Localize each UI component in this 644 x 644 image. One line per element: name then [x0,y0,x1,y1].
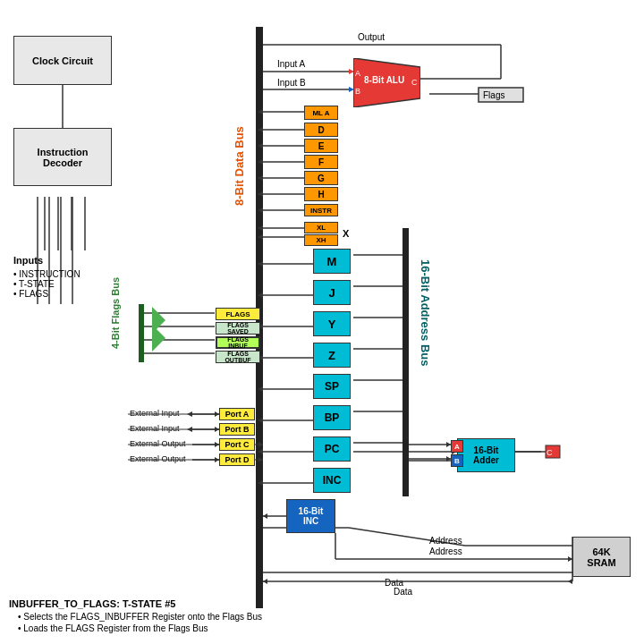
svg-line-73 [349,528,465,546]
svg-marker-83 [152,307,165,334]
svg-text:Input B: Input B [277,78,306,88]
reg-h: H [304,187,338,201]
reg-instr: INSTR [304,204,338,216]
svg-text:Data: Data [385,578,404,588]
alu-shape: 8-Bit ALU A B C [353,58,420,107]
svg-marker-23 [258,159,263,165]
flags-outbuf-box: FLAGS OUTBUF [216,351,260,363]
reg-xh: XH [304,234,338,246]
state-title: INBUFFER_TO_FLAGS: T-STATE #5 [9,598,262,609]
svg-marker-49 [258,480,263,486]
inputs-title: Inputs [13,255,80,266]
ext-input-1-label: External Input [130,409,180,418]
svg-marker-118 [263,513,267,519]
reg-j: J [313,280,351,305]
state-bullet-1: • Selects the FLAGS_INBUFFER Register on… [18,612,262,622]
svg-marker-91 [187,411,192,417]
svg-marker-51 [402,252,408,258]
16bit-inc-box: 16-Bit INC [286,499,335,533]
svg-text:B: B [355,87,360,96]
svg-marker-124 [568,579,572,584]
svg-marker-47 [258,449,263,454]
svg-marker-114 [258,442,263,447]
svg-marker-21 [258,143,263,148]
svg-rect-14 [479,88,523,102]
svg-marker-17 [258,109,263,114]
svg-marker-84 [152,325,165,352]
svg-text:Input A: Input A [277,59,305,69]
svg-rect-85 [139,304,144,362]
svg-marker-63 [402,440,408,445]
adder-a-input: A [451,440,463,453]
reg-m: M [313,249,351,274]
port-a-box: Port A [219,408,255,420]
flags-inbuf-box: FLAGS INBUF [216,336,260,349]
instruction-decoder-label: Instruction Decoder [38,147,89,168]
svg-text:Output: Output [358,32,385,42]
reg-sp: SP [313,374,351,399]
svg-marker-19 [258,127,263,132]
ext-output-1-label: External Output [130,439,186,448]
svg-marker-25 [258,175,263,181]
adder-b-input: B [451,454,463,467]
reg-mla: ML A [304,106,338,120]
svg-marker-93 [187,427,192,432]
reg-g: G [304,171,338,185]
svg-rect-70 [402,228,409,496]
svg-text:C: C [411,78,418,87]
flags-box: FLAGS [216,308,260,320]
clock-circuit-label: Clock Circuit [32,55,93,66]
port-d-box: Port D [219,453,255,466]
svg-marker-29 [258,208,263,213]
svg-text:Address: Address [429,547,462,556]
8bit-data-bus-label: 8-Bit Data Bus [237,116,255,313]
svg-marker-125 [263,579,267,584]
reg-pc: PC [313,436,351,462]
input-tstate: • T-STATE [13,279,80,289]
reg-f: F [304,155,338,169]
svg-marker-35 [258,261,263,267]
svg-marker-53 [402,284,408,289]
reg-inc: INC [313,468,351,493]
cpu-diagram: Output Input A Input B Flags [0,0,644,644]
svg-marker-37 [258,292,263,298]
input-instruction: • INSTRUCTION [13,269,80,279]
port-b-box: Port B [219,423,255,436]
x-label: X [343,228,349,239]
ext-output-2-label: External Output [130,454,186,463]
svg-marker-43 [258,386,263,392]
reg-d: D [304,123,338,137]
state-bullet-2: • Loads the FLAGS Register from the Flag… [18,623,262,633]
port-c-box: Port C [219,438,255,451]
svg-marker-61 [402,409,408,414]
svg-marker-55 [402,315,408,320]
svg-marker-57 [402,346,408,352]
sram-box: 64K SRAM [572,537,631,577]
flags-saved-box: FLAGS SAVED [216,322,260,335]
svg-marker-31 [258,225,263,231]
svg-text:8-Bit ALU: 8-Bit ALU [364,75,404,85]
4bit-flags-bus-label: 4-Bit Flags Bus [114,295,132,385]
reg-z: Z [313,343,351,368]
inputs-section: Inputs • INSTRUCTION • T-STATE • FLAGS [13,255,80,299]
svg-marker-27 [258,191,263,197]
svg-text:Flags: Flags [483,90,504,100]
svg-text:A: A [355,69,360,78]
svg-marker-59 [402,377,408,383]
reg-xl: XL [304,222,338,233]
reg-bp: BP [313,405,351,430]
state-info-section: INBUFFER_TO_FLAGS: T-STATE #5 • Selects … [9,598,262,635]
svg-text:C: C [547,448,553,457]
16bit-address-bus-label: 16-Bit Address Bus [416,259,434,510]
16bit-adder-box: 16-Bit Adder [457,438,515,472]
reg-e: E [304,139,338,153]
clock-circuit-box: Clock Circuit [13,36,112,85]
svg-marker-45 [258,418,263,423]
svg-rect-67 [546,445,560,458]
svg-marker-33 [258,234,263,240]
input-flags: • FLAGS [13,289,80,299]
svg-text:Address: Address [429,536,462,546]
ext-input-2-label: External Input [130,424,180,433]
reg-y: Y [313,311,351,336]
svg-marker-116 [258,457,263,462]
